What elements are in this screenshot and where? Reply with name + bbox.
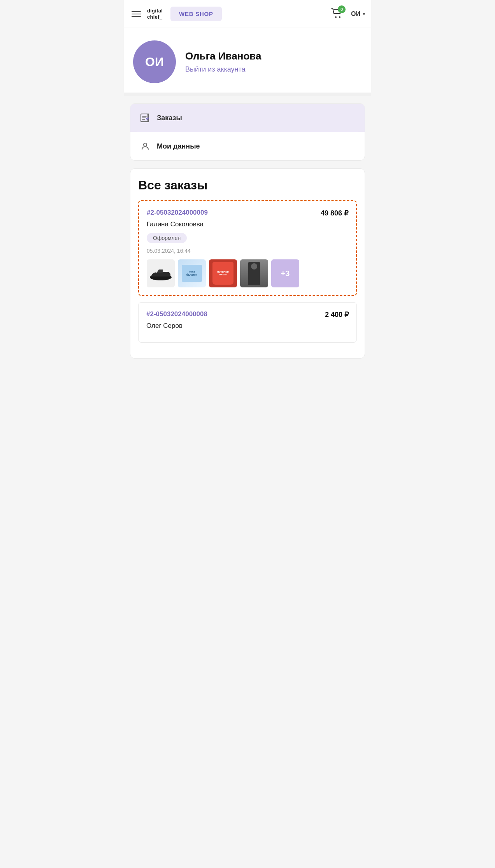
order-customer-2: Олег Серов bbox=[146, 322, 349, 330]
nav-orders-label: Заказы bbox=[157, 114, 182, 122]
order-status-badge-1: Оформлен bbox=[147, 233, 187, 243]
svg-point-1 bbox=[339, 16, 341, 18]
order-product-img-bucket: ROTBANDPASTA bbox=[209, 259, 237, 287]
nav-item-orders[interactable]: Заказы bbox=[130, 104, 365, 132]
brand-logo: digital chief_ bbox=[147, 8, 163, 20]
order-price-1: 49 806 ₽ bbox=[321, 209, 348, 217]
orders-section: Все заказы #2-05032024000009 49 806 ₽ Га… bbox=[130, 168, 365, 359]
order-card-2-header: #2-05032024000008 2 400 ₽ bbox=[146, 310, 349, 319]
webshop-button[interactable]: WEB SHOP bbox=[170, 7, 222, 21]
svg-point-3 bbox=[144, 143, 147, 146]
order-product-img-shoe bbox=[147, 259, 175, 287]
profile-name: Ольга Иванова bbox=[185, 50, 261, 62]
order-number-2[interactable]: #2-05032024000008 bbox=[146, 310, 207, 318]
user-menu-button[interactable]: ОИ ▾ bbox=[351, 10, 365, 18]
order-images-1: пенабалатон ROTBANDPASTA bbox=[147, 259, 348, 287]
orders-icon bbox=[140, 112, 151, 123]
order-more-badge-1: +3 bbox=[271, 259, 299, 287]
nav-item-mydata[interactable]: Мои данные bbox=[130, 132, 365, 160]
avatar: ОИ bbox=[133, 40, 176, 83]
nav-menu: Заказы Мои данные bbox=[130, 103, 365, 161]
orders-title: Все заказы bbox=[138, 178, 357, 192]
order-card-1[interactable]: #2-05032024000009 49 806 ₽ Галина Соколо… bbox=[138, 200, 357, 296]
order-product-img-coat bbox=[240, 259, 268, 287]
order-customer-1: Галина Соколовва bbox=[147, 220, 348, 228]
order-date-1: 05.03.2024, 16:44 bbox=[147, 248, 348, 254]
chevron-down-icon: ▾ bbox=[363, 11, 365, 17]
order-card-2[interactable]: #2-05032024000008 2 400 ₽ Олег Серов bbox=[138, 302, 357, 343]
header: digital chief_ WEB SHOP 0 ОИ ▾ bbox=[124, 0, 371, 28]
order-number-1[interactable]: #2-05032024000009 bbox=[147, 209, 208, 217]
cart-button[interactable]: 0 bbox=[331, 8, 343, 20]
logout-link[interactable]: Выйти из аккаунта bbox=[185, 65, 246, 73]
order-product-img-blue: пенабалатон bbox=[178, 259, 206, 287]
nav-mydata-label: Мои данные bbox=[157, 142, 200, 150]
user-icon bbox=[140, 141, 151, 152]
cart-badge: 0 bbox=[338, 5, 346, 13]
order-price-2: 2 400 ₽ bbox=[325, 310, 349, 319]
profile-info: Ольга Иванова Выйти из аккаунта bbox=[185, 50, 261, 74]
menu-button[interactable] bbox=[130, 9, 142, 19]
svg-point-0 bbox=[335, 16, 337, 18]
profile-section: ОИ Ольга Иванова Выйти из аккаунта bbox=[124, 28, 371, 96]
user-initials-label: ОИ bbox=[351, 10, 360, 18]
order-card-1-header: #2-05032024000009 49 806 ₽ bbox=[147, 209, 348, 217]
